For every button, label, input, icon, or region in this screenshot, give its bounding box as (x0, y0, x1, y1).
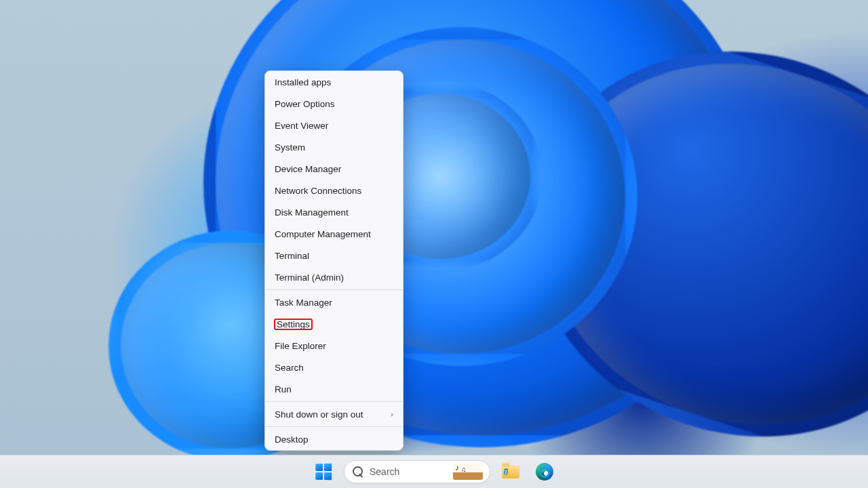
menu-separator (265, 426, 403, 427)
menu-item-label: Computer Management (275, 229, 371, 239)
menu-item-shut-down-or-sign-out[interactable]: Shut down or sign out› (265, 403, 403, 425)
search-highlight-thumbnail (453, 464, 483, 480)
menu-item-event-viewer[interactable]: Event Viewer (265, 115, 403, 136)
taskbar: Search (0, 455, 868, 488)
chevron-right-icon: › (391, 410, 393, 418)
menu-item-label: File Explorer (275, 341, 326, 351)
menu-item-terminal[interactable]: Terminal (265, 245, 403, 266)
menu-item-run[interactable]: Run (265, 378, 403, 400)
menu-item-task-manager[interactable]: Task Manager (265, 291, 403, 313)
menu-item-computer-management[interactable]: Computer Management (265, 223, 403, 245)
menu-item-label: Disk Management (275, 207, 349, 218)
menu-item-disk-management[interactable]: Disk Management (265, 201, 403, 223)
search-placeholder: Search (370, 466, 447, 477)
menu-separator (265, 289, 403, 290)
menu-item-label: Task Manager (275, 298, 332, 308)
edge-button[interactable] (531, 458, 558, 485)
menu-item-settings[interactable]: Settings (265, 313, 403, 335)
menu-item-power-options[interactable]: Power Options (265, 93, 403, 115)
menu-item-network-connections[interactable]: Network Connections (265, 180, 403, 201)
menu-item-device-manager[interactable]: Device Manager (265, 158, 403, 180)
menu-item-label: Event Viewer (275, 121, 328, 131)
menu-item-desktop[interactable]: Desktop (265, 428, 403, 450)
menu-item-label: Device Manager (275, 164, 341, 174)
menu-item-label: Terminal (275, 251, 309, 261)
menu-item-label: Shut down or sign out (275, 409, 363, 420)
menu-item-search[interactable]: Search (265, 357, 403, 378)
menu-item-label: Search (275, 363, 304, 373)
menu-item-label: Installed apps (275, 77, 331, 87)
start-icon (315, 464, 332, 481)
menu-item-system[interactable]: System (265, 136, 403, 158)
menu-item-label: Power Options (275, 99, 335, 109)
menu-item-label: Network Connections (275, 186, 361, 196)
menu-item-label: Terminal (Admin) (275, 272, 344, 283)
menu-item-label: System (275, 142, 305, 152)
start-button[interactable] (310, 458, 337, 485)
taskbar-search[interactable]: Search (344, 460, 490, 483)
menu-item-label: Run (275, 384, 292, 394)
menu-item-installed-apps[interactable]: Installed apps (265, 71, 403, 93)
file-explorer-icon (502, 465, 519, 479)
file-explorer-button[interactable] (497, 458, 524, 485)
menu-item-label: Settings (275, 319, 312, 329)
edge-icon (536, 463, 553, 481)
menu-item-label: Desktop (275, 434, 309, 445)
start-context-menu: Installed appsPower OptionsEvent ViewerS… (264, 70, 403, 451)
menu-item-terminal-admin[interactable]: Terminal (Admin) (265, 266, 403, 288)
menu-separator (265, 401, 403, 402)
search-icon (353, 466, 363, 477)
menu-item-file-explorer[interactable]: File Explorer (265, 335, 403, 357)
